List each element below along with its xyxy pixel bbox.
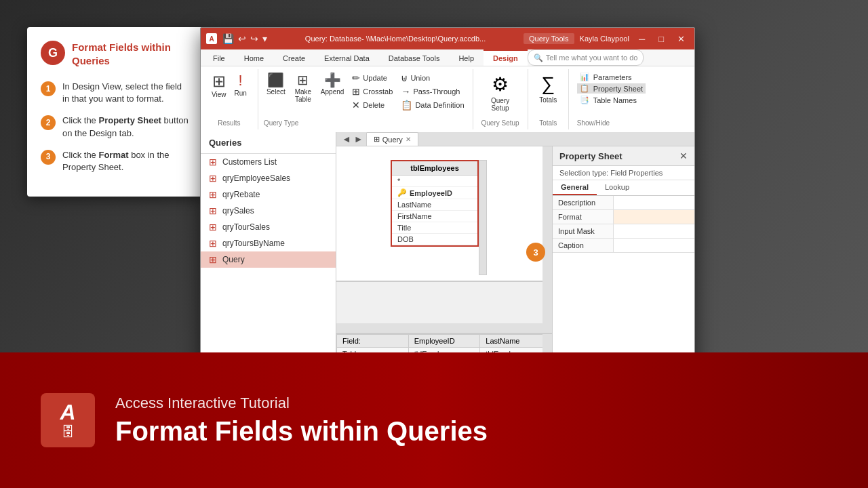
main-container: G Format Fields within Queries 1 In Desi…	[0, 0, 868, 488]
tell-me-search[interactable]: 🔍 Tell me what you want to do	[528, 49, 644, 66]
table-vscroll[interactable]	[479, 160, 487, 275]
view-button[interactable]: ⊞ View	[209, 72, 229, 100]
minimize-button[interactable]: ─	[635, 34, 649, 44]
data-definition-button[interactable]: 📋 Data Definition	[398, 99, 467, 111]
query-tools-label: Query Tools	[524, 33, 574, 44]
maximize-button[interactable]: □	[654, 34, 668, 44]
design-content: tblEmployees * 🔑 EmployeeID LastName Fir…	[336, 146, 694, 386]
tbl-field-star[interactable]: *	[392, 176, 477, 187]
ps-close-button[interactable]: ✕	[679, 150, 688, 161]
quick-access: 💾 ↩ ↪ ▾	[222, 33, 267, 44]
query-item-employee-sales[interactable]: ⊞ qryEmployeeSales	[201, 170, 336, 186]
append-icon: ➕	[324, 73, 341, 87]
delete-icon: ✕	[352, 100, 360, 110]
tab-database-tools[interactable]: Database Tools	[379, 49, 450, 66]
instruction-title: Format Fields within Queries	[72, 41, 190, 67]
save-icon[interactable]: 💾	[222, 33, 234, 44]
union-icon: ⊎	[401, 73, 408, 83]
step-2-number: 2	[41, 115, 56, 130]
tbl-field-firstname[interactable]: FirstName	[392, 211, 477, 222]
make-table-icon: ⊞	[297, 73, 309, 87]
search-icon: 🔍	[534, 54, 543, 62]
query-icon: ⊞	[209, 254, 217, 265]
make-table-button[interactable]: ⊞ MakeTable	[291, 72, 315, 104]
access-window: A 💾 ↩ ↪ ▾ Query: Database- \\Mac\Home\De…	[200, 27, 695, 386]
access-logo: A 🗄	[41, 393, 95, 447]
delete-button[interactable]: ✕ Delete	[349, 99, 395, 111]
crosstab-button[interactable]: ⊞ Crosstab	[349, 85, 395, 98]
ps-header: Property Sheet ✕	[553, 146, 694, 166]
tab-external-data[interactable]: External Data	[315, 49, 379, 66]
select-icon: ⬛	[267, 73, 284, 87]
step-2-text: Click the Property Sheet button on the D…	[62, 115, 190, 139]
tab-help[interactable]: Help	[449, 49, 484, 66]
query-item-customers-list[interactable]: ⊞ Customers List	[201, 154, 336, 170]
tbl-field-dob[interactable]: DOB	[392, 234, 477, 245]
tab-design[interactable]: Design	[484, 49, 528, 66]
ps-tab-general[interactable]: General	[553, 180, 597, 195]
append-button[interactable]: ➕ Append	[318, 72, 347, 97]
query-tab-icon: ⊞	[374, 135, 380, 144]
query-item-rebate[interactable]: ⊞ qryRebate	[201, 186, 336, 203]
tbl-field-employeeid[interactable]: 🔑 EmployeeID	[392, 187, 477, 199]
next-tab-button[interactable]: ►	[354, 134, 363, 144]
tbl-employees-header: tblEmployees	[392, 161, 477, 176]
grackle-icon: G	[41, 41, 65, 65]
ribbon-group-query-type: ⬛ Select ⊞ MakeTable ➕ Append ✏ U	[258, 69, 473, 129]
undo-icon[interactable]: ↩	[238, 33, 246, 44]
table-names-button[interactable]: 📑 Table Names	[577, 95, 646, 105]
query-setup-button[interactable]: ⚙ QuerySetup	[488, 72, 512, 113]
ps-selection-type: Selection type: Field Properties	[553, 166, 694, 180]
window-title: Query: Database- \\Mac\Home\Desktop\Quer…	[273, 35, 518, 43]
table-names-icon: 📑	[580, 96, 589, 104]
tab-create[interactable]: Create	[273, 49, 315, 66]
data-def-icon: 📋	[401, 100, 412, 110]
parameters-button[interactable]: 📊 Parameters	[577, 72, 646, 82]
property-sheet: Property Sheet ✕ Selection type: Field P…	[552, 146, 694, 386]
bottom-banner: A 🗄 Access Interactive Tutorial Format F…	[0, 352, 868, 488]
tbl-field-title[interactable]: Title	[392, 222, 477, 234]
update-icon: ✏	[352, 73, 360, 83]
redo-icon[interactable]: ↪	[250, 33, 258, 44]
tab-home[interactable]: Home	[235, 49, 273, 66]
update-button[interactable]: ✏ Update	[349, 72, 395, 84]
run-icon: !	[239, 73, 243, 88]
query-item-tours-by-name[interactable]: ⊞ qryToursByName	[201, 235, 336, 251]
tab-file[interactable]: File	[203, 49, 235, 66]
ps-tab-lookup[interactable]: Lookup	[597, 180, 637, 195]
step-1-text: In Design View, select the field in that…	[62, 81, 190, 105]
title-bar: A 💾 ↩ ↪ ▾ Query: Database- \\Mac\Home\De…	[201, 28, 694, 49]
select-button[interactable]: ⬛ Select	[264, 72, 288, 97]
pass-through-icon: →	[401, 86, 410, 97]
ribbon-tabs: File Home Create External Data Database …	[201, 49, 694, 66]
query-area: Queries ⊞ Customers List ⊞ qryEmployeeSa…	[201, 132, 694, 386]
ribbon-group-show-hide: 📊 Parameters 📋 Property Sheet 📑 Table Na…	[569, 69, 654, 129]
tbl-field-lastname[interactable]: LastName	[392, 199, 477, 211]
pass-through-button[interactable]: → Pass-Through	[398, 85, 467, 98]
union-button[interactable]: ⊎ Union	[398, 72, 467, 84]
query-type-label: Query Type	[264, 117, 299, 127]
step-3-number: 3	[41, 150, 56, 165]
prev-tab-button[interactable]: ◄	[342, 134, 351, 144]
totals-button[interactable]: ∑ Totals	[536, 72, 559, 105]
run-button[interactable]: ! Run	[232, 72, 250, 100]
query-item-query[interactable]: ⊞ Query	[201, 251, 336, 268]
close-button[interactable]: ✕	[673, 34, 689, 44]
design-hscroll[interactable]	[336, 323, 542, 333]
query-tab[interactable]: ⊞ Query ✕	[366, 132, 418, 146]
step-1: 1 In Design View, select the field in th…	[41, 81, 190, 105]
results-group-label: Results	[218, 117, 240, 127]
property-sheet-button[interactable]: 📋 Property Sheet	[577, 83, 646, 94]
close-query-tab-button[interactable]: ✕	[406, 136, 411, 143]
access-logo-db: 🗄	[61, 424, 75, 440]
query-icon: ⊞	[209, 189, 217, 200]
step3-badge: 3	[526, 243, 545, 262]
dropdown-icon[interactable]: ▾	[262, 33, 267, 44]
query-setup-label: Query Setup	[481, 117, 519, 127]
ps-title: Property Sheet	[559, 151, 622, 161]
pk-icon: 🔑	[397, 188, 407, 197]
queries-header: Queries	[201, 132, 336, 154]
query-item-tour-sales[interactable]: ⊞ qryTourSales	[201, 219, 336, 235]
query-item-sales[interactable]: ⊞ qrySales	[201, 203, 336, 219]
ps-properties: Description Format Input Mask	[553, 196, 694, 253]
